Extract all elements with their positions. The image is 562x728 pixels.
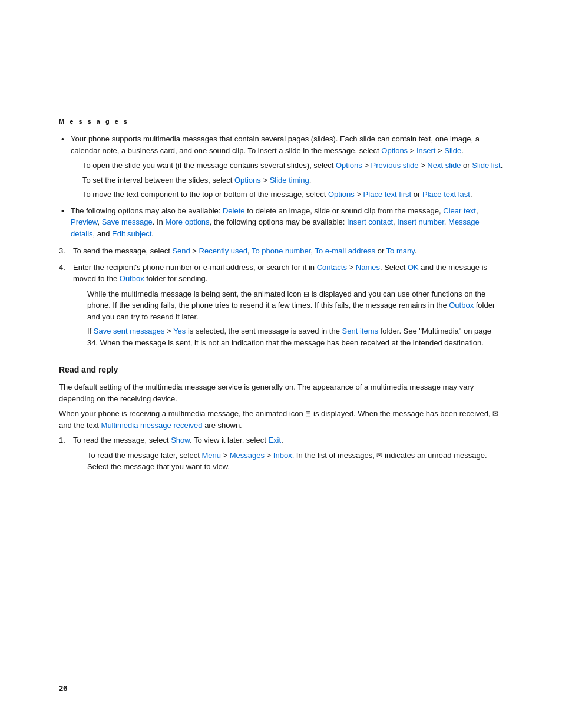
read-reply-icon-para: When your phone is receiving a multimedi…	[59, 408, 503, 431]
names-link[interactable]: Names	[356, 263, 380, 272]
send-link[interactable]: Send	[172, 246, 190, 255]
place-text-last-link[interactable]: Place text last	[422, 190, 470, 199]
list-item-2: The following options may also be availa…	[59, 205, 503, 240]
numbered-item-3: 3. To send the message, select Send > Re…	[59, 245, 503, 257]
content-area: Your phone supports multimedia messages …	[59, 133, 503, 473]
numbered-list: 3. To send the message, select Send > Re…	[59, 245, 503, 348]
item3-text: To send the message, select Send > Recen…	[73, 246, 416, 255]
to-many-link[interactable]: To many	[386, 246, 415, 255]
preview-link[interactable]: Preview	[71, 218, 98, 226]
slide-timing-link[interactable]: Slide timing	[270, 176, 309, 185]
yes-link[interactable]: Yes	[173, 327, 186, 335]
messages-link[interactable]: Messages	[230, 451, 265, 460]
insert-contact-link[interactable]: Insert contact	[347, 218, 393, 226]
list-item: Your phone supports multimedia messages …	[59, 133, 503, 200]
insert-number-link[interactable]: Insert number	[397, 218, 444, 226]
rr-num-1: 1.	[59, 434, 65, 446]
options-link-2[interactable]: Options	[336, 161, 362, 170]
save-message-link[interactable]: Save message	[102, 218, 153, 226]
bullet1-text: Your phone supports multimedia messages …	[71, 134, 480, 155]
bullet2-text: The following options may also be availa…	[71, 206, 480, 238]
outbox-link-2[interactable]: Outbox	[449, 301, 474, 309]
rr-item1-sub-para: To read the message later, select Menu >…	[87, 450, 503, 473]
recently-used-link[interactable]: Recently used	[199, 246, 247, 255]
num-3: 3.	[59, 245, 65, 257]
sub-para-3: To move the text component to the top or…	[82, 189, 503, 200]
show-link[interactable]: Show	[171, 436, 190, 444]
more-options-link[interactable]: More options	[165, 218, 209, 226]
read-reply-title: Read and reply	[59, 365, 118, 375]
page-number: 26	[59, 684, 67, 693]
sub-para-1: To open the slide you want (if the messa…	[82, 160, 503, 172]
rr-item1-sub: To read the message later, select Menu >…	[73, 450, 503, 473]
rr-item1-text: To read the message, select Show. To vie…	[73, 436, 283, 444]
edit-subject-link[interactable]: Edit subject	[112, 229, 151, 238]
numbered-item-4: 4. Enter the recipient's phone number or…	[59, 262, 503, 349]
item4-sub-para-1: While the multimedia message is being se…	[87, 288, 503, 323]
sub-para-2: To set the interval between the slides, …	[82, 174, 503, 186]
insert-link[interactable]: Insert	[416, 146, 436, 155]
options-link-4[interactable]: Options	[328, 190, 355, 199]
bullet-list: Your phone supports multimedia messages …	[59, 133, 503, 239]
multimedia-message-received-link[interactable]: Multimedia message received	[101, 421, 203, 430]
ok-link[interactable]: OK	[408, 263, 419, 272]
next-slide-link[interactable]: Next slide	[427, 161, 461, 170]
num-4: 4.	[59, 262, 65, 274]
outbox-link-1[interactable]: Outbox	[120, 274, 144, 283]
delete-link[interactable]: Delete	[223, 206, 245, 215]
animated-icon-1: ⊟	[303, 290, 309, 298]
slide-list-link[interactable]: Slide list	[472, 161, 500, 170]
save-sent-messages-link[interactable]: Save sent messages	[94, 327, 165, 335]
item4-sub: While the multimedia message is being se…	[73, 288, 503, 349]
exit-link[interactable]: Exit	[268, 436, 281, 444]
read-reply-numbered-list: 1. To read the message, select Show. To …	[59, 434, 503, 473]
bullet1-sub: To open the slide you want (if the messa…	[71, 160, 503, 200]
options-link-1[interactable]: Options	[381, 146, 408, 155]
clear-text-link[interactable]: Clear text	[443, 206, 476, 215]
place-text-first-link[interactable]: Place text first	[363, 190, 412, 199]
item4-sub-para-2: If Save sent messages > Yes is selected,…	[87, 325, 503, 348]
slide-link[interactable]: Slide	[444, 146, 461, 155]
previous-slide-link[interactable]: Previous slide	[371, 161, 419, 170]
sent-items-link[interactable]: Sent items	[342, 327, 378, 335]
inbox-link[interactable]: Inbox	[273, 451, 292, 460]
read-reply-intro-1: The default setting of the multimedia me…	[59, 381, 503, 404]
read-reply-item-1: 1. To read the message, select Show. To …	[59, 434, 503, 473]
to-email-link[interactable]: To e-mail address	[315, 246, 375, 255]
envelope-icon-1: ✉	[492, 410, 498, 418]
contacts-link[interactable]: Contacts	[317, 263, 347, 272]
to-phone-number-link[interactable]: To phone number	[252, 246, 310, 255]
animated-icon-2: ⊟	[305, 410, 311, 418]
envelope-icon-2: ✉	[376, 452, 382, 460]
options-link-3[interactable]: Options	[234, 176, 261, 185]
page: M e s s a g e s Your phone supports mult…	[0, 0, 562, 728]
item4-text: Enter the recipient's phone number or e-…	[73, 263, 487, 284]
section-header: M e s s a g e s	[59, 118, 503, 125]
menu-link[interactable]: Menu	[201, 451, 221, 460]
